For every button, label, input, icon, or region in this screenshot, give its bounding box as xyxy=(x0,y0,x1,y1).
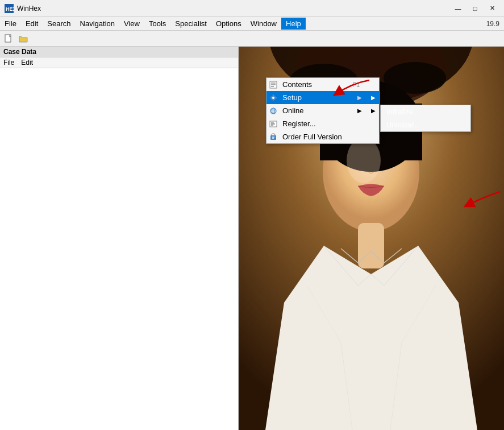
setup-uninstall[interactable]: Uninstall... xyxy=(381,118,470,131)
svg-rect-21 xyxy=(273,94,274,96)
left-panel-header: Case Data xyxy=(0,47,238,57)
svg-rect-23 xyxy=(270,97,271,98)
help-contents[interactable]: Contents F1 xyxy=(266,78,379,91)
setup-label: Setup xyxy=(282,93,302,102)
menu-options[interactable]: Options xyxy=(211,18,246,30)
help-menu: Contents F1 Setup ▶ xyxy=(266,77,380,144)
left-panel-menu: File Edit xyxy=(0,57,238,68)
minimize-button[interactable]: — xyxy=(451,3,465,14)
online-label: Online xyxy=(282,106,304,115)
app-title: WinHex xyxy=(17,5,41,13)
help-dropdown: Contents F1 Setup ▶ xyxy=(266,77,380,144)
menu-file[interactable]: File xyxy=(0,18,21,30)
menu-specialist[interactable]: Specialist xyxy=(170,18,211,30)
app-icon: HEX xyxy=(5,4,14,13)
contents-label: Contents xyxy=(282,80,312,89)
menu-help[interactable]: Help xyxy=(281,18,306,30)
left-menu-edit[interactable]: Edit xyxy=(21,59,33,67)
left-panel-content xyxy=(0,68,238,430)
title-bar: HEX WinHex — □ ✕ xyxy=(0,0,504,17)
version-number: 19.9 xyxy=(486,20,504,28)
order-icon xyxy=(269,133,278,142)
menu-window[interactable]: Window xyxy=(246,18,281,30)
main-layout: Case Data File Edit xyxy=(0,47,504,430)
toolbar-open-file[interactable] xyxy=(17,32,30,45)
svg-rect-11 xyxy=(358,223,384,268)
menu-navigation[interactable]: Navigation xyxy=(76,18,119,30)
menu-view[interactable]: View xyxy=(119,18,144,30)
setup-icon xyxy=(269,93,278,102)
svg-rect-22 xyxy=(273,100,274,101)
svg-rect-24 xyxy=(276,97,277,98)
setup-initialize[interactable]: Initialize... xyxy=(381,105,470,118)
setup-submenu: Initialize... Uninstall... English, plea… xyxy=(380,105,471,132)
help-order[interactable]: Order Full Version xyxy=(266,130,379,143)
svg-text:HEX: HEX xyxy=(6,6,14,12)
menu-tools[interactable]: Tools xyxy=(144,18,170,30)
maximize-button[interactable]: □ xyxy=(468,3,482,14)
register-label: Register... xyxy=(282,119,316,128)
help-register[interactable]: Register... xyxy=(266,117,379,130)
contents-icon xyxy=(269,80,278,89)
order-label: Order Full Version xyxy=(282,133,342,141)
menu-search[interactable]: Search xyxy=(43,18,75,30)
left-panel: Case Data File Edit xyxy=(0,47,239,430)
title-bar-left: HEX WinHex xyxy=(5,4,41,13)
menu-edit[interactable]: Edit xyxy=(21,18,43,30)
register-icon xyxy=(269,119,278,129)
svg-rect-34 xyxy=(270,135,276,140)
contents-shortcut: F1 xyxy=(352,81,362,88)
left-menu-file[interactable]: File xyxy=(3,59,14,67)
toolbar xyxy=(0,31,504,47)
svg-point-20 xyxy=(272,97,274,99)
window-controls: — □ ✕ xyxy=(451,3,499,14)
help-online[interactable]: Online ▶ xyxy=(266,104,379,117)
help-setup[interactable]: Setup ▶ Initialize... Uninstall... Engli… xyxy=(266,91,379,104)
close-button[interactable]: ✕ xyxy=(485,3,499,14)
online-icon xyxy=(269,106,278,115)
menu-bar: File Edit Search Navigation View Tools S… xyxy=(0,17,504,31)
toolbar-new-file[interactable] xyxy=(2,32,15,45)
svg-point-14 xyxy=(347,138,381,183)
